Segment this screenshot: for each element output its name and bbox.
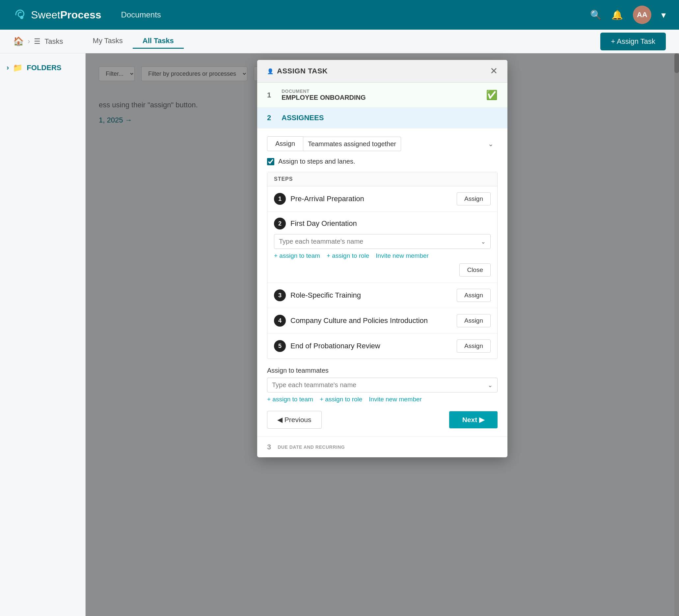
avatar[interactable]: AA [633, 6, 651, 24]
steps-table: STEPS 1 Pre-Arrival Preparation Assign [267, 172, 497, 359]
task-step-2-row: 2 First Day Orientation [274, 218, 491, 229]
step-1-number: 1 [267, 91, 275, 99]
assign-teammates-input[interactable] [272, 381, 488, 389]
step-2-content: ASSIGNEES [282, 114, 497, 122]
assign-teammates-input-wrapper[interactable]: ⌄ [267, 378, 497, 392]
task-step-5-left: 5 End of Probationary Review [274, 340, 380, 352]
invite-member-link-2[interactable]: Invite new member [369, 396, 422, 403]
assign-to-steps-label: Assign to steps and lanes. [278, 158, 355, 165]
task-step-2-assignee-section: ⌄ + assign to team + assign to role Invi… [274, 234, 491, 277]
task-step-5-row: 5 End of Probationary Review Assign [274, 339, 491, 353]
task-step-3-left: 3 Role-Specific Training [274, 289, 361, 301]
step-3-row: 3 DUE DATE AND RECURRING [257, 436, 508, 457]
sidebar: › 📁 FOLDERS [0, 53, 86, 616]
breadcrumb-separator: › [28, 37, 30, 46]
step-2-value: ASSIGNEES [282, 114, 497, 122]
task-step-4-row: 4 Company Culture and Policies Introduct… [274, 314, 491, 327]
svg-point-0 [20, 16, 23, 19]
step-1-label: DOCUMENT [282, 89, 486, 94]
next-button[interactable]: Next ▶ [449, 411, 497, 428]
task-step-3-name: Role-Specific Training [290, 291, 361, 300]
folders-label: FOLDERS [27, 64, 61, 72]
modal-title-area: 👤 ASSIGN TASK [267, 67, 328, 75]
chevron-down-icon[interactable]: ▾ [661, 9, 666, 21]
task-step-2: 2 First Day Orientation ⌄ + a [267, 212, 497, 283]
assign-to-team-link[interactable]: + assign to team [274, 252, 320, 259]
assign-to-steps-row: Assign to steps and lanes. [267, 158, 497, 165]
invite-member-link[interactable]: Invite new member [376, 252, 429, 259]
assign-mode-select[interactable]: Teammates assigned together [303, 137, 401, 151]
assign-task-modal: 👤 ASSIGN TASK ✕ 1 DOCUMENT EMPLOYEE ONBO… [257, 60, 508, 457]
assign-to-team-link-2[interactable]: + assign to team [267, 396, 313, 403]
person-icon: 👤 [267, 68, 273, 74]
step-1-row: 1 DOCUMENT EMPLOYEE ONBOARDING ✅ [257, 83, 508, 108]
logo-icon [13, 7, 28, 22]
task-step-3-badge: 3 [274, 289, 286, 301]
task-step-5-assign-button[interactable]: Assign [457, 339, 491, 353]
steps-table-header: STEPS [267, 172, 497, 186]
search-icon[interactable]: 🔍 [590, 9, 602, 21]
task-step-2-assignee-links: + assign to team + assign to role Invite… [274, 252, 491, 259]
task-step-1-badge: 1 [274, 193, 286, 205]
logo-text: SweetProcess [31, 9, 101, 21]
chevron-right-icon: › [7, 64, 9, 72]
assign-mode-button[interactable]: Assign [267, 136, 303, 151]
assign-to-role-link-2[interactable]: + assign to role [320, 396, 362, 403]
step-3-content: DUE DATE AND RECURRING [278, 445, 345, 450]
task-step-3-row: 3 Role-Specific Training Assign [274, 289, 491, 302]
task-step-2-teammate-input-wrapper[interactable]: ⌄ [274, 234, 491, 249]
previous-button[interactable]: ◀ Previous [267, 411, 322, 429]
main-layout: › 📁 FOLDERS Filter... Filter by procedur… [0, 53, 679, 616]
task-step-1-left: 1 Pre-Arrival Preparation [274, 193, 364, 205]
modal-close-button[interactable]: ✕ [490, 66, 497, 76]
task-step-1: 1 Pre-Arrival Preparation Assign [267, 186, 497, 212]
task-step-5-badge: 5 [274, 340, 286, 352]
tab-my-tasks[interactable]: My Tasks [83, 34, 133, 49]
modal-navigation: ◀ Previous Next ▶ [267, 411, 497, 429]
top-navigation: SweetProcess Documents 🔍 🔔 AA ▾ [0, 0, 679, 30]
step-1-value: EMPLOYEE ONBOARDING [282, 94, 486, 101]
notification-icon[interactable]: 🔔 [612, 9, 623, 21]
tab-all-tasks[interactable]: All Tasks [133, 34, 184, 49]
task-step-2-left: 2 First Day Orientation [274, 218, 357, 229]
tab-area: My Tasks All Tasks [83, 34, 184, 49]
task-step-3-assign-button[interactable]: Assign [457, 289, 491, 302]
modal-body: Assign Teammates assigned together Assig… [257, 128, 508, 436]
task-step-4-left: 4 Company Culture and Policies Introduct… [274, 315, 428, 327]
task-step-1-name: Pre-Arrival Preparation [290, 195, 364, 203]
task-step-2-name: First Day Orientation [290, 219, 357, 228]
step-2-number: 2 [267, 114, 275, 122]
nav-documents[interactable]: Documents [121, 10, 161, 20]
main-content: Filter... Filter by procedures or proces… [86, 53, 679, 616]
home-icon[interactable]: 🏠 [13, 36, 24, 46]
sub-navigation: 🏠 › ☰ Tasks My Tasks All Tasks + Assign … [0, 30, 679, 53]
step-1-check-icon: ✅ [486, 90, 497, 100]
modal-header: 👤 ASSIGN TASK ✕ [257, 60, 508, 83]
modal-overlay: 👤 ASSIGN TASK ✕ 1 DOCUMENT EMPLOYEE ONBO… [86, 53, 679, 616]
task-step-5-name: End of Probationary Review [290, 342, 380, 350]
assign-teammates-section: Assign to teammates ⌄ + assign to team +… [267, 367, 497, 403]
breadcrumb-tasks-icon: ☰ [34, 37, 40, 46]
task-step-4-badge: 4 [274, 315, 286, 327]
task-step-4-assign-button[interactable]: Assign [457, 314, 491, 327]
folder-icon: 📁 [13, 63, 23, 72]
close-section-area: Close [274, 263, 491, 277]
logo: SweetProcess [13, 7, 101, 22]
step-1-content: DOCUMENT EMPLOYEE ONBOARDING [282, 89, 486, 101]
sidebar-item-folders[interactable]: › 📁 FOLDERS [7, 63, 79, 72]
chevron-down-icon-2: ⌄ [488, 382, 493, 389]
task-step-1-assign-button[interactable]: Assign [457, 192, 491, 205]
breadcrumb-tasks-label: Tasks [44, 37, 63, 46]
assign-teammates-label: Assign to teammates [267, 367, 497, 374]
step-3-number: 3 [267, 443, 271, 451]
task-step-2-teammate-input[interactable] [279, 238, 481, 245]
assign-teammates-links: + assign to team + assign to role Invite… [267, 396, 497, 403]
task-step-4-name: Company Culture and Policies Introductio… [290, 316, 428, 325]
close-section-button[interactable]: Close [459, 263, 491, 277]
chevron-down-icon: ⌄ [481, 238, 486, 245]
assign-task-button[interactable]: + Assign Task [600, 33, 666, 51]
task-step-2-badge: 2 [274, 218, 286, 229]
task-step-1-row: 1 Pre-Arrival Preparation Assign [274, 192, 491, 205]
assign-to-role-link[interactable]: + assign to role [327, 252, 369, 259]
assign-to-steps-checkbox[interactable] [267, 158, 274, 165]
